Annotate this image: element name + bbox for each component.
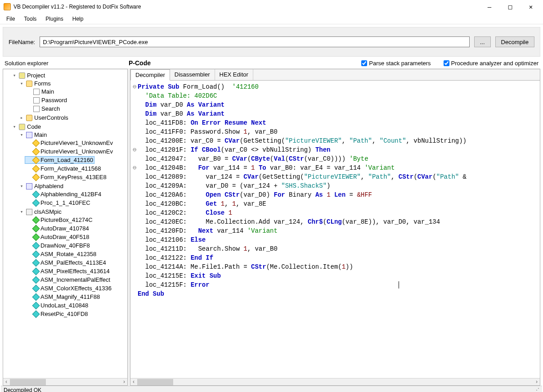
tree-method[interactable]: Alphablending_412BF4 <box>25 190 103 198</box>
pcode-header: P-Code <box>129 59 151 67</box>
event-icon <box>32 165 40 172</box>
menu-plugins[interactable]: Plugins <box>42 15 67 23</box>
tab-disassembler[interactable]: Disassembler <box>170 69 215 80</box>
prop-icon <box>32 233 40 241</box>
tree-usercontrols[interactable]: ▸UserControls <box>18 114 70 122</box>
tree-module-main[interactable]: ▾Main <box>18 131 48 139</box>
tree-form-main[interactable]: Main <box>25 88 55 95</box>
tree-method[interactable]: ASM_IncrementalPalEffect <box>25 276 112 284</box>
filename-label: FileName: <box>9 39 35 45</box>
tree-method[interactable]: Form_KeyPress_413EE8 <box>25 173 108 181</box>
parse-stack-input[interactable] <box>361 60 367 66</box>
tree-code[interactable]: ▾Code <box>10 123 42 131</box>
tree-method[interactable]: PictureViever1_UnknownEv <box>25 148 114 155</box>
tree-method[interactable]: ASM_PalEffects_4113E4 <box>25 259 108 266</box>
project-icon <box>19 72 25 79</box>
tree-method[interactable]: ASM_PixelEffects_413614 <box>25 267 111 275</box>
status-text: Decompiled OK <box>4 387 41 392</box>
tree-method[interactable]: PictureViever1_UnknownEv <box>25 139 114 147</box>
tree-method[interactable]: ASM_Rotate_412358 <box>25 250 98 258</box>
tree-module-alphablend[interactable]: ▾Alphablend <box>18 182 65 190</box>
tab-decompiler[interactable]: Decompiler <box>130 69 170 81</box>
code-icon <box>19 124 25 130</box>
prop-icon <box>32 225 40 232</box>
optimizer-label: Procedure analyzer and optimizer <box>451 60 539 67</box>
tab-hex[interactable]: HEX Editor <box>215 69 253 80</box>
method-icon <box>32 293 40 301</box>
app-icon <box>4 3 11 10</box>
form-icon <box>33 106 40 112</box>
optimizer-input[interactable] <box>444 60 449 66</box>
event-icon <box>32 156 40 164</box>
tree-method[interactable]: UndoLast_410848 <box>25 302 90 309</box>
minimize-button[interactable]: — <box>479 0 500 14</box>
form-icon <box>33 89 40 95</box>
menu-tools[interactable]: Tools <box>20 15 40 23</box>
code-panel: Decompiler Disassembler HEX Editor ⊖Priv… <box>130 69 540 386</box>
titlebar: VB Decompiler v11.2 - Registered to DotF… <box>0 0 543 14</box>
parse-stack-label: Parse stack parameters <box>369 60 431 67</box>
close-button[interactable]: ✕ <box>521 0 541 14</box>
statusbar: Decompiled OK ⋰ <box>1 386 542 392</box>
explorer-hscroll[interactable]: ‹› <box>3 378 127 385</box>
method-icon <box>32 190 40 198</box>
code-editor[interactable]: ⊖Private Sub Form_Load() '412160 'Data T… <box>130 81 540 378</box>
method-icon <box>32 310 40 318</box>
event-icon <box>32 139 40 147</box>
tree-method[interactable]: Form_Activate_411568 <box>25 165 102 172</box>
project-tree[interactable]: ▾Project ▾Forms Main Password Search ▸Us… <box>3 69 127 378</box>
tree-forms[interactable]: ▾Forms <box>18 80 52 87</box>
solution-explorer: ▾Project ▾Forms Main Password Search ▸Us… <box>3 69 128 386</box>
tree-method[interactable]: DrawNow_40FBF8 <box>25 242 91 249</box>
prop-icon <box>32 216 40 224</box>
code-hscroll[interactable]: ‹› <box>130 378 540 385</box>
folder-icon <box>26 81 32 87</box>
file-toolbar: FileName: ... Decompile <box>3 27 540 57</box>
tree-method[interactable]: AutoDraw_40F518 <box>25 233 90 241</box>
maximize-button[interactable]: □ <box>500 0 521 14</box>
filename-input[interactable] <box>40 36 469 47</box>
panel-headers: Solution explorer P-Code Parse stack par… <box>0 57 543 68</box>
tree-method[interactable]: ASM_Magnify_411F88 <box>25 293 101 301</box>
tree-method-formload[interactable]: Form_Load_412160 <box>25 156 94 164</box>
decompile-button[interactable]: Decompile <box>495 36 534 47</box>
optimizer-checkbox[interactable]: Procedure analyzer and optimizer <box>444 60 539 67</box>
method-icon <box>32 259 40 266</box>
window-title: VB Decompiler v11.2 - Registered to DotF… <box>13 4 479 10</box>
method-icon <box>32 242 40 249</box>
tree-class-clsasmpic[interactable]: ▾clsASMpic <box>18 208 63 216</box>
method-icon <box>32 267 40 275</box>
menubar: File Tools Plugins Help <box>0 14 543 24</box>
module-icon <box>26 132 32 138</box>
event-icon <box>32 173 40 181</box>
tree-project[interactable]: ▾Project <box>10 72 46 79</box>
tree-method[interactable]: PictureBox_41274C <box>25 216 94 224</box>
class-icon <box>26 209 32 215</box>
tree-method[interactable]: ResetPic_410FD8 <box>25 310 90 318</box>
tree-form-password[interactable]: Password <box>25 96 68 104</box>
parse-stack-checkbox[interactable]: Parse stack parameters <box>361 60 431 67</box>
code-tabs: Decompiler Disassembler HEX Editor <box>130 69 540 81</box>
method-icon <box>32 302 40 309</box>
tree-method[interactable]: Proc_1_1_410FEC <box>25 199 92 207</box>
tree-method[interactable]: AutoDraw_410784 <box>25 225 90 232</box>
tree-method[interactable]: ASM_ColorXEffects_41336 <box>25 284 113 292</box>
module-icon <box>26 183 32 189</box>
method-icon <box>32 250 40 258</box>
solution-explorer-header: Solution explorer <box>4 60 129 67</box>
tree-form-search[interactable]: Search <box>25 105 61 113</box>
resize-grip[interactable]: ⋰ <box>534 387 539 392</box>
form-icon <box>33 97 40 104</box>
menu-file[interactable]: File <box>3 15 18 23</box>
menu-help[interactable]: Help <box>69 15 87 23</box>
event-icon <box>32 148 40 155</box>
method-icon <box>32 276 40 284</box>
method-icon <box>32 284 40 292</box>
method-icon <box>32 199 40 207</box>
folder-icon <box>26 115 32 121</box>
browse-button[interactable]: ... <box>474 36 491 47</box>
